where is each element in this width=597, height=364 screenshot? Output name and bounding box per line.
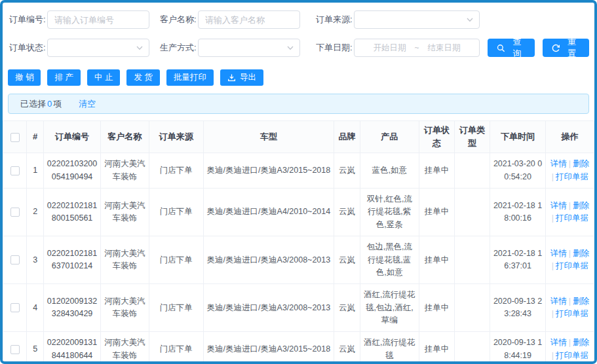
col-operation: 操作 — [545, 121, 594, 153]
detail-link[interactable]: 详情 — [550, 159, 568, 168]
order-type — [455, 189, 490, 236]
detail-link[interactable]: 详情 — [550, 338, 568, 347]
customer-name: 河南大美汽车装饰 — [100, 332, 149, 364]
delete-link[interactable]: 删除 — [572, 338, 590, 347]
order-type — [455, 332, 490, 364]
col-status: 订单状态 — [419, 121, 454, 153]
table-row: 1 02202103200054190494 河南大美汽车装饰 门店下单 奥迪/… — [3, 153, 594, 189]
delete-link[interactable]: 删除 — [572, 297, 590, 306]
ship-button[interactable]: 发 货 — [126, 69, 159, 86]
filter-status: 订单状态: — [9, 39, 151, 57]
batch-toolbar: 撤 销 排 产 中 止 发 货 批量打印 导出 — [3, 67, 594, 86]
reset-button[interactable]: 重置 — [543, 39, 590, 57]
batch-print-button[interactable]: 批量打印 — [166, 69, 214, 86]
delete-link[interactable]: 删除 — [572, 159, 590, 168]
row-checkbox[interactable] — [10, 255, 20, 264]
status-label: 订单状态: — [9, 42, 47, 54]
source-label: 订单来源: — [316, 14, 354, 26]
selection-bar: 已选择 0 项 清空 — [8, 94, 589, 114]
detail-link[interactable]: 详情 — [550, 249, 568, 258]
order-date-range[interactable]: ~ — [354, 39, 480, 57]
product: 包边,黑色,流行缇花毯,蓝色,如意 — [360, 236, 419, 284]
export-button[interactable]: 导出 — [220, 69, 263, 86]
selection-count: 0 — [46, 99, 53, 109]
product: 蓝色,如意 — [360, 153, 419, 189]
selection-prefix: 已选择 — [20, 98, 46, 110]
date-label: 下单日期: — [316, 42, 354, 54]
production-mode-select[interactable] — [198, 39, 300, 57]
order-source: 门店下单 — [149, 189, 203, 236]
row-index: 5 — [27, 332, 44, 364]
select-all-header — [3, 121, 27, 153]
delete-link[interactable]: 删除 — [572, 201, 590, 210]
vehicle-model: 奥迪/奥迪进口/奥迪A3/2008~2013 — [203, 236, 334, 284]
row-checkbox[interactable] — [10, 166, 20, 175]
order-number: 02202103200054190494 — [44, 153, 101, 189]
print-receipt-link[interactable]: 打印单据 — [555, 213, 589, 223]
brand: 云岚 — [334, 332, 360, 364]
vehicle-model: 奥迪/奥迪进口/奥迪A3/2008~2013 — [203, 284, 334, 332]
revoke-button[interactable]: 撤 销 — [8, 69, 41, 86]
operations-cell: 详情|删除 |打印单据 — [545, 284, 594, 332]
action-separator: | — [550, 261, 555, 270]
export-button-label: 导出 — [240, 72, 256, 83]
row-checkbox[interactable] — [10, 345, 20, 354]
order-status: 挂单中 — [419, 189, 454, 236]
customer-input[interactable] — [198, 10, 300, 29]
row-index: 4 — [27, 284, 44, 332]
order-status: 挂单中 — [419, 236, 454, 284]
order-status-select[interactable] — [47, 39, 149, 57]
terminate-button[interactable]: 中 止 — [87, 69, 120, 86]
order-no-input[interactable] — [47, 10, 149, 29]
row-index: 1 — [27, 153, 44, 189]
table-row: 5 02202009131844180644 河南大美汽车装饰 门店下单 奥迪/… — [3, 332, 594, 364]
schedule-production-button[interactable]: 排 产 — [47, 69, 80, 86]
customer-label: 客户名称: — [160, 14, 198, 26]
operations-cell: 详情|删除 |打印单据 — [545, 236, 594, 284]
search-button[interactable]: 查询 — [488, 39, 535, 57]
order-time: 2020-09-13 18:44:19 — [490, 332, 546, 364]
search-button-label: 查询 — [509, 36, 526, 60]
action-separator: | — [568, 297, 572, 306]
row-index: 3 — [27, 236, 44, 284]
order-management-page: 订单编号: 客户名称: 订单来源: 订单状态: 生 — [0, 0, 597, 364]
print-receipt-link[interactable]: 打印单据 — [555, 309, 589, 318]
select-all-checkbox[interactable] — [10, 133, 20, 142]
brand: 云岚 — [334, 284, 360, 332]
brand: 云岚 — [334, 236, 360, 284]
clear-selection-link[interactable]: 清空 — [79, 98, 96, 110]
order-number: 01202009132328430429 — [44, 284, 101, 332]
detail-link[interactable]: 详情 — [550, 297, 568, 306]
print-receipt-link[interactable]: 打印单据 — [555, 172, 589, 181]
order-status: 挂单中 — [419, 284, 454, 332]
customer-name: 河南大美汽车装饰 — [100, 153, 149, 189]
product: 酒红,流行缇花毯,包边,酒红,草编 — [360, 284, 419, 332]
action-separator: | — [550, 172, 555, 181]
date-end-input[interactable] — [421, 43, 468, 52]
date-start-input[interactable] — [366, 43, 413, 52]
table-row: 4 01202009132328430429 河南大美汽车装饰 门店下单 奥迪/… — [3, 284, 594, 332]
delete-link[interactable]: 删除 — [572, 249, 590, 258]
filter-date: 下单日期: ~ — [316, 39, 480, 57]
order-number: 02202009131844180644 — [44, 332, 101, 364]
chevron-down-icon — [467, 18, 473, 22]
col-brand: 品牌 — [334, 121, 360, 153]
action-separator: | — [550, 309, 555, 318]
row-checkbox[interactable] — [10, 303, 20, 312]
order-type — [455, 236, 490, 284]
product: 酒红,流行缇花毯 — [360, 332, 419, 364]
order-status: 挂单中 — [419, 153, 454, 189]
print-receipt-link[interactable]: 打印单据 — [555, 351, 589, 360]
action-separator: | — [568, 201, 572, 210]
operations-cell: 详情|删除 |打印单据 — [545, 332, 594, 364]
table-row: 3 02202102181637010214 河南大美汽车装饰 门店下单 奥迪/… — [3, 236, 594, 284]
filter-row-1: 订单编号: 客户名称: 订单来源: — [9, 10, 589, 29]
col-product: 产品 — [360, 121, 419, 153]
print-receipt-link[interactable]: 打印单据 — [555, 261, 589, 270]
order-source: 门店下单 — [149, 284, 203, 332]
row-checkbox[interactable] — [10, 208, 20, 217]
detail-link[interactable]: 详情 — [550, 201, 568, 210]
order-time: 2020-09-13 23:28:43 — [490, 284, 546, 332]
order-source-select[interactable] — [354, 10, 480, 29]
row-select-cell — [3, 189, 27, 236]
